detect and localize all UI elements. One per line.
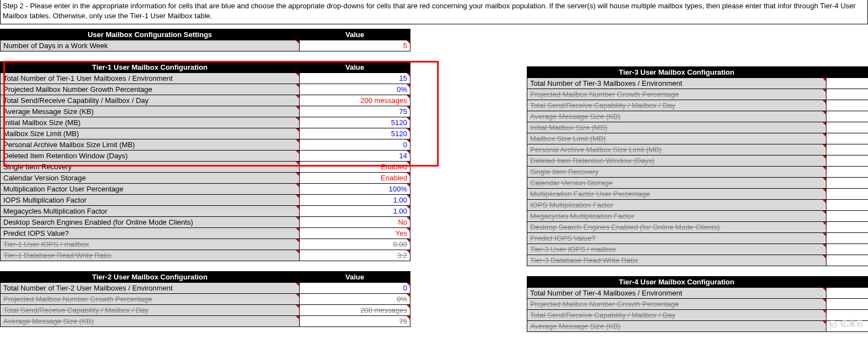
table-row: Projected Mailbox Number Growth Percenta… bbox=[1, 84, 410, 95]
row-label: Total Number of Tier-1 User Mailboxes / … bbox=[1, 73, 300, 84]
row-value[interactable] bbox=[826, 78, 869, 89]
table-row: Projected Mailbox Number Growth Percenta… bbox=[527, 89, 869, 100]
row-label: Tier-3 User IOPS / mailbox bbox=[527, 244, 826, 255]
row-value[interactable]: Enabled bbox=[300, 173, 410, 184]
row-label: Single Item Recovery bbox=[1, 162, 300, 173]
row-value[interactable]: 75 bbox=[300, 106, 410, 117]
row-value[interactable]: 0 bbox=[300, 139, 410, 151]
row-value[interactable] bbox=[826, 100, 869, 111]
row-value[interactable]: 200 messages bbox=[300, 305, 410, 316]
table-row: Megacycles Multiplication Factor bbox=[527, 211, 869, 222]
row-value[interactable]: 0% bbox=[300, 84, 410, 95]
table-row: Tier-3 User IOPS / mailbox bbox=[527, 244, 869, 255]
row-label: Tier-1 Database Read:Write Ratio bbox=[1, 250, 300, 261]
row-value[interactable] bbox=[826, 178, 869, 189]
table-row: Deleted Item Retention Window (Days)14 bbox=[1, 151, 410, 162]
settings-header-label: User Mailbox Configuration Settings bbox=[1, 29, 300, 40]
row-value[interactable] bbox=[826, 244, 869, 255]
row-label: Projected Mailbox Number Growth Percenta… bbox=[1, 294, 300, 305]
row-value[interactable] bbox=[826, 111, 869, 122]
row-value[interactable]: 1.00 bbox=[300, 206, 410, 217]
row-label: Deleted Item Retention Window (Days) bbox=[527, 155, 826, 167]
row-value[interactable] bbox=[826, 167, 869, 178]
step-instructions: Step 2 - Please enter in the appropriate… bbox=[0, 0, 868, 24]
tier1-header-label: Tier-1 User Mailbox Configuration bbox=[1, 62, 300, 73]
table-row: Average Message Size (KB)75 bbox=[1, 316, 410, 327]
table-row: Total Send/Receive Capability / Mailbox … bbox=[1, 95, 410, 106]
row-label: Projected Mailbox Number Growth Percenta… bbox=[1, 84, 300, 95]
row-value[interactable] bbox=[826, 233, 869, 244]
row-label: Total Send/Receive Capability / Mailbox … bbox=[1, 95, 300, 106]
row-label: Total Number of Tier-4 Mailboxes / Envir… bbox=[527, 288, 826, 299]
row-value[interactable]: 200 messages bbox=[300, 95, 410, 106]
tier4-header-label: Tier-4 User Mailbox Configuration bbox=[527, 277, 826, 288]
row-label: Megacycles Multiplication Factor bbox=[527, 211, 826, 222]
table-row: Average Message Size (KB) bbox=[527, 321, 869, 332]
row-value[interactable] bbox=[826, 255, 869, 266]
table-row: IOPS Multiplication Factor bbox=[527, 200, 869, 211]
row-value[interactable]: 75 bbox=[300, 316, 410, 327]
row-label: Mailbox Size Limit (MB) bbox=[1, 128, 300, 139]
table-row: Deleted Item Retention Window (Days) bbox=[527, 155, 869, 167]
row-value[interactable]: Enabled bbox=[300, 162, 410, 173]
table-row: Personal Archive Mailbox Size Limit (MB) bbox=[527, 144, 869, 155]
row-value[interactable] bbox=[826, 133, 869, 144]
row-value[interactable] bbox=[826, 144, 869, 155]
watermark-text: 亿速云 bbox=[840, 319, 864, 329]
row-value[interactable]: 0 bbox=[300, 283, 410, 294]
row-value[interactable]: 5120 bbox=[300, 128, 410, 139]
row-label: Deleted Item Retention Window (Days) bbox=[1, 151, 300, 162]
table-row: Number of Days in a Work Week5 bbox=[1, 40, 410, 51]
table-row: Total Number of Tier-1 User Mailboxes / … bbox=[1, 73, 410, 84]
row-value[interactable]: Yes bbox=[300, 228, 410, 239]
row-label: Personal Archive Mailbox Size Limit (MB) bbox=[527, 144, 826, 155]
settings-table: User Mailbox Configuration Settings Valu… bbox=[0, 29, 410, 51]
row-value[interactable]: 5 bbox=[300, 40, 410, 51]
row-label: Tier-1 User IOPS / mailbox bbox=[1, 239, 300, 250]
row-value[interactable] bbox=[826, 189, 869, 200]
tier2-header-value: Value bbox=[300, 272, 410, 283]
row-value[interactable] bbox=[826, 222, 869, 233]
row-label: Total Send/Receive Capability / Mailbox … bbox=[1, 305, 300, 316]
row-value[interactable] bbox=[826, 122, 869, 133]
table-row: Multiplication Factor User Percentage100… bbox=[1, 184, 410, 195]
table-row: Total Number of Tier-2 User Mailboxes / … bbox=[1, 283, 410, 294]
row-value[interactable]: 15 bbox=[300, 73, 410, 84]
row-value[interactable] bbox=[826, 200, 869, 211]
row-value[interactable] bbox=[826, 288, 869, 299]
row-value[interactable]: 3:2 bbox=[300, 250, 410, 261]
table-row: Initial Mailbox Size (MB) bbox=[527, 122, 869, 133]
row-label: Multiplication Factor User Percentage bbox=[1, 184, 300, 195]
right-column-spacer bbox=[527, 29, 868, 66]
row-label: Calendar Version Storage bbox=[1, 173, 300, 184]
right-column: Tier-3 User Mailbox Configuration Value … bbox=[527, 29, 868, 332]
table-row: Average Message Size (KB) bbox=[527, 111, 869, 122]
table-row: Single Item RecoveryEnabled bbox=[1, 162, 410, 173]
table-row: Average Message Size (KB)75 bbox=[1, 106, 410, 117]
table-row: Mailbox Size Limit (MB) bbox=[527, 133, 869, 144]
row-value[interactable]: No bbox=[300, 217, 410, 228]
tier3-table: Tier-3 User Mailbox Configuration Value … bbox=[527, 66, 868, 266]
table-row: Total Number of Tier-3 Mailboxes / Envir… bbox=[527, 78, 869, 89]
row-label: Total Number of Tier-3 Mailboxes / Envir… bbox=[527, 78, 826, 89]
row-value[interactable]: 0.00 bbox=[300, 239, 410, 250]
row-label: Number of Days in a Work Week bbox=[1, 40, 300, 51]
row-value[interactable]: 0% bbox=[300, 294, 410, 305]
row-value[interactable]: 1.00 bbox=[300, 195, 410, 206]
row-value[interactable] bbox=[826, 299, 869, 310]
row-label: Personal Archive Mailbox Size Limit (MB) bbox=[1, 139, 300, 151]
table-row: Personal Archive Mailbox Size Limit (MB)… bbox=[1, 139, 410, 151]
row-value[interactable]: 5120 bbox=[300, 117, 410, 128]
row-label: Average Message Size (KB) bbox=[527, 111, 826, 122]
worksheet-area: User Mailbox Configuration Settings Valu… bbox=[0, 29, 868, 332]
tier1-header-value: Value bbox=[300, 62, 410, 73]
row-label: Average Message Size (KB) bbox=[1, 316, 300, 327]
row-value[interactable]: 100% bbox=[300, 184, 410, 195]
row-value[interactable] bbox=[826, 211, 869, 222]
row-value[interactable] bbox=[826, 155, 869, 167]
row-label: Average Message Size (KB) bbox=[527, 321, 826, 332]
row-value[interactable] bbox=[826, 89, 869, 100]
row-label: Tier-3 Database Read:Write Ratio bbox=[527, 255, 826, 266]
row-value[interactable]: 14 bbox=[300, 151, 410, 162]
row-label: Desktop Search Engines Enabled (for Onli… bbox=[527, 222, 826, 233]
